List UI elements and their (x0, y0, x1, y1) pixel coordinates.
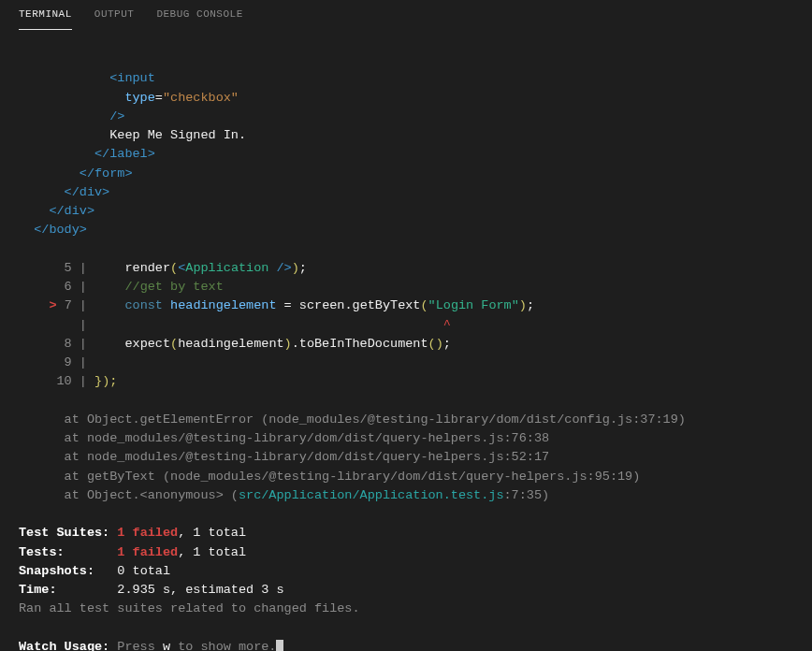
line: </div> (19, 204, 94, 218)
terminal-output[interactable]: <input type="checkbox" /> Keep Me Signed… (0, 30, 812, 651)
summary-time: Time: 2.935 s, estimated 3 s (19, 583, 284, 597)
stack-line: at Object.getElementError (node_modules/… (19, 412, 686, 427)
label-time: Time: (19, 583, 57, 597)
line: </label> (19, 147, 155, 161)
attr-eq: = (155, 91, 163, 105)
var-heading: headingelement (170, 298, 276, 312)
stack-line: at Object.<anonymous> (src/Application/A… (19, 488, 549, 502)
semi: ; (527, 298, 534, 312)
tag-div-close: </div> (49, 204, 94, 218)
stack-at: at (65, 450, 87, 464)
attr-val: "checkbox" (163, 91, 239, 105)
var-heading: headingelement (178, 337, 283, 351)
paren: ( (170, 261, 178, 275)
suites-total: , 1 total (178, 526, 246, 540)
line-number: 8 (65, 337, 72, 351)
brace-close: }); (94, 374, 117, 388)
paren: ( (420, 298, 428, 312)
fn-expect: expect (124, 337, 170, 351)
code-line-7: > 7 | const headingelement = screen.getB… (19, 298, 534, 312)
attr-type: type (124, 91, 154, 105)
line-number: 5 (65, 261, 72, 275)
tab-output[interactable]: OUTPUT (94, 0, 135, 30)
tab-terminal[interactable]: TERMINAL (19, 0, 72, 30)
tab-debug-console[interactable]: DEBUG CONSOLE (156, 0, 242, 30)
watch-usage: Watch Usage: Press w to show more. (19, 640, 283, 651)
stack-path: node_modules/@testing-library/dom/dist/q… (87, 450, 549, 464)
paren: ( (170, 337, 178, 351)
kw-const: const (124, 298, 163, 312)
tag-label-close: </label> (94, 147, 155, 161)
stack-at: at Object.<anonymous> ( (65, 488, 239, 502)
panel-tabs: TERMINAL OUTPUT DEBUG CONSOLE (0, 0, 812, 30)
comment: //get by text (124, 280, 223, 294)
text-keep-signed: Keep Me Signed In. (109, 128, 246, 142)
watch-label: Watch Usage: (19, 640, 109, 651)
line: </div> (19, 185, 109, 199)
jsx-close: /> (268, 261, 291, 275)
tag-input-close: /> (109, 109, 124, 123)
terminal-cursor (276, 640, 283, 651)
stack-line: at node_modules/@testing-library/dom/dis… (19, 431, 549, 445)
suites-failed: 1 failed (117, 526, 178, 540)
error-marker: > (49, 298, 56, 312)
tag-input-open: <input (109, 71, 155, 85)
watch-text1: Press (109, 640, 163, 651)
paren: ) (436, 337, 443, 351)
line-number: 9 (65, 355, 72, 369)
summary-tests: Tests: 1 failed, 1 total (19, 545, 246, 559)
stack-line: at node_modules/@testing-library/dom/dis… (19, 450, 549, 464)
fn-getbytext: getByText (353, 298, 421, 312)
code-line-6: 6 | //get by text (19, 280, 224, 294)
stack-loc: :7:35) (504, 488, 550, 502)
line-number: 7 (65, 298, 72, 312)
tag-form-close: </form> (80, 166, 133, 181)
stack-line: at getByText (node_modules/@testing-libr… (19, 470, 640, 484)
summary-snapshots: Snapshots: 0 total (19, 564, 170, 578)
stack-src: src/Application/Application.test.js (239, 488, 504, 502)
stack-path: node_modules/@testing-library/dom/dist/q… (87, 431, 549, 445)
tag-div-close: </div> (65, 185, 110, 199)
fn-tobein: toBeInTheDocument (299, 337, 428, 351)
string-login: "Login Form" (428, 298, 519, 312)
paren: ) (292, 261, 299, 275)
code-line-5: 5 | render(<Application />); (19, 261, 307, 275)
stack-path: (node_modules/@testing-library/dom/dist/… (163, 470, 640, 484)
code-line-caret: | ^ (19, 318, 451, 332)
stack-at: at (65, 431, 87, 445)
summary-ran: Ran all test suites related to changed f… (19, 601, 360, 615)
eq: = (277, 298, 299, 312)
paren: ) (284, 337, 292, 351)
tests-failed: 1 failed (117, 545, 178, 559)
stack-at: at Object.getElementError (65, 412, 262, 427)
dot: . (344, 298, 352, 312)
code-line-10: 10 | }); (19, 374, 117, 388)
fn-render: render (124, 261, 170, 275)
dot: . (292, 337, 299, 351)
error-caret: ^ (443, 318, 451, 332)
paren: ( (428, 337, 436, 351)
line: /> (19, 109, 124, 123)
line: Keep Me Signed In. (19, 128, 246, 142)
snapshots-val: 0 total (117, 564, 170, 578)
tag-body-close: </body> (34, 223, 87, 237)
line: </form> (19, 166, 133, 181)
label-suites: Test Suites: (19, 526, 109, 540)
semi: ; (443, 337, 451, 351)
watch-text2: to show more. (170, 640, 276, 651)
line: <input (19, 71, 155, 85)
semi: ; (299, 261, 307, 275)
label-snapshots: Snapshots: (19, 564, 94, 578)
watch-key: w (163, 640, 170, 651)
jsx-component: Application (185, 261, 268, 275)
line-number: 10 (57, 374, 72, 388)
code-line-9: 9 | (19, 355, 87, 369)
summary-suites: Test Suites: 1 failed, 1 total (19, 526, 246, 540)
obj-screen: screen (299, 298, 345, 312)
paren: ) (519, 298, 527, 312)
tests-total: , 1 total (178, 545, 246, 559)
line-number: 6 (65, 280, 72, 294)
line: </body> (19, 223, 87, 237)
code-line-8: 8 | expect(headingelement).toBeInTheDocu… (19, 337, 451, 351)
line: type="checkbox" (19, 91, 239, 105)
